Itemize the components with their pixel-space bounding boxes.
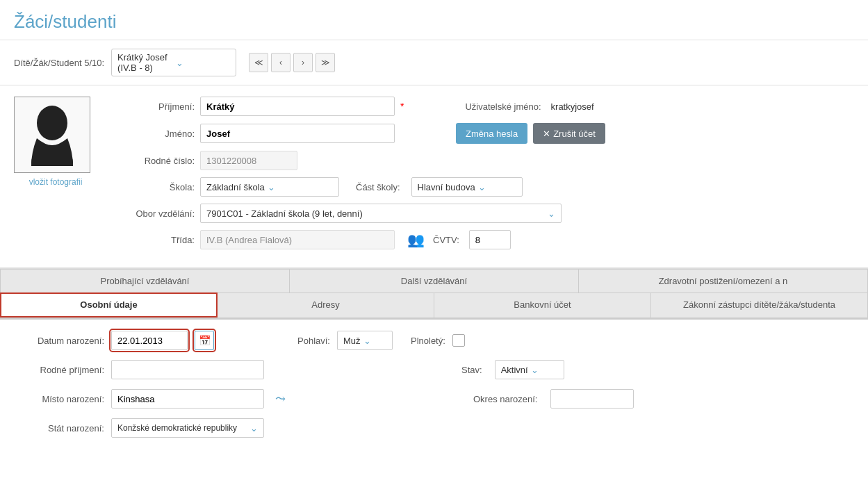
nav-last-button[interactable]: ≫ xyxy=(316,53,335,72)
tab-zakonni[interactable]: Zákonní zástupci dítěte/žáka/studenta xyxy=(651,292,868,318)
personal-section: Datum narození: 📅 Pohlaví: Muž ⌄ Plnolet… xyxy=(0,320,868,459)
skola-label: Škola: xyxy=(111,182,195,192)
stat-narozeni-caret-icon: ⌄ xyxy=(250,423,258,434)
skola-select[interactable]: Základní škola ⌄ xyxy=(200,177,339,197)
action-buttons-group: Změna hesla ✕ Zrušit účet xyxy=(456,123,605,144)
tab-adresy-label: Adresy xyxy=(311,299,339,310)
required-asterisk: * xyxy=(400,101,404,112)
stav-value: Aktivní xyxy=(501,365,528,375)
trida-label: Třída: xyxy=(111,235,195,245)
nav-first-button[interactable]: ≪ xyxy=(249,53,268,72)
rodne-cislo-row: Rodné číslo: xyxy=(111,151,854,170)
datum-narozeni-label: Datum narození: xyxy=(14,336,104,346)
nav-buttons: ≪ ‹ › ≫ xyxy=(249,53,335,72)
misto-narozeni-row: Místo narození: ⤳ Okres narození: xyxy=(14,389,854,409)
prijmeni-input[interactable] xyxy=(200,97,395,116)
rodne-prijmeni-row: Rodné příjmení: Stav: Aktivní ⌄ xyxy=(14,360,854,379)
main-form: vložit fotografii Příjmení: * Uživatelsk… xyxy=(0,85,868,269)
tab-probihajici-label: Probíhající vzdělávání xyxy=(101,276,190,286)
x-icon: ✕ xyxy=(543,129,550,139)
obor-value: 7901C01 - Základní škola (9 let, denní) xyxy=(206,208,545,219)
avatar-column: vložit fotografii xyxy=(14,97,97,256)
calendar-button[interactable]: 📅 xyxy=(195,331,214,350)
obor-select[interactable]: 7901C01 - Základní škola (9 let, denní) … xyxy=(200,204,562,223)
stat-narozeni-value: Konžské demokratické republiky xyxy=(117,423,247,433)
obor-row: Obor vzdělání: 7901C01 - Základní škola … xyxy=(111,204,854,223)
trida-row: Třída: 👥 ČVTV: xyxy=(111,230,854,249)
trida-input[interactable] xyxy=(200,230,395,249)
stat-narozeni-select[interactable]: Konžské demokratické republiky ⌄ xyxy=(111,418,264,438)
tab-bankovni-label: Bankovní účet xyxy=(514,299,571,310)
datum-narozeni-row: Datum narození: 📅 Pohlaví: Muž ⌄ Plnolet… xyxy=(14,331,854,350)
avatar-box xyxy=(14,97,90,173)
skola-row: Škola: Základní škola ⌄ Část školy: Hlav… xyxy=(111,177,854,197)
cvtv-input[interactable] xyxy=(469,230,511,249)
tab-adresy[interactable]: Adresy xyxy=(218,292,434,318)
group-icon: 👥 xyxy=(407,231,425,248)
pohlavi-select[interactable]: Muž ⌄ xyxy=(337,331,393,350)
stav-label: Stav: xyxy=(461,365,482,375)
nav-prev-button[interactable]: ‹ xyxy=(271,53,290,72)
prijmeni-label: Příjmení: xyxy=(111,101,195,112)
tab-zakonni-label: Zákonní zástupci dítěte/žáka/studenta xyxy=(683,299,835,310)
prijmeni-row: Příjmení: * Uživatelské jméno: kratkyjos… xyxy=(111,97,854,116)
skola-caret-icon: ⌄ xyxy=(268,182,275,192)
zrusit-ucet-label: Zrušit účet xyxy=(553,129,596,139)
svg-point-0 xyxy=(37,106,67,140)
rodne-prijmeni-input[interactable] xyxy=(111,360,264,379)
stat-narozeni-row: Stát narození: Konžské demokratické repu… xyxy=(14,418,854,438)
tab-bankovni[interactable]: Bankovní účet xyxy=(434,292,651,318)
page-title: Žáci/studenti xyxy=(0,0,868,40)
top-tabs-area: Probíhající vzdělávání Další vzdělávání … xyxy=(0,269,868,320)
cast-skoly-value: Hlavní budova xyxy=(418,182,475,192)
pohlavi-value: Muž xyxy=(343,336,361,346)
student-select[interactable]: Krátký Josef (IV.B - 8) ⌄ xyxy=(111,49,236,76)
tab-osobni-label: Osobní údaje xyxy=(80,299,137,310)
zmena-hesla-button[interactable]: Změna hesla xyxy=(456,123,527,144)
jmeno-row: Jméno: Změna hesla ✕ Zrušit účet xyxy=(111,123,854,144)
stav-select[interactable]: Aktivní ⌄ xyxy=(495,360,564,379)
student-selector-label: Dítě/Žák/Student 5/10: xyxy=(14,58,104,68)
nav-next-button[interactable]: › xyxy=(293,53,313,72)
pohlavi-label: Pohlaví: xyxy=(297,336,330,346)
stav-caret-icon: ⌄ xyxy=(531,365,539,375)
cast-skoly-label: Část školy: xyxy=(356,182,400,192)
upload-photo-link[interactable]: vložit fotografii xyxy=(14,177,97,187)
obor-label: Obor vzdělání: xyxy=(111,208,195,219)
username-label: Uživatelské jméno: xyxy=(465,101,541,112)
chevron-down-icon: ⌄ xyxy=(176,58,230,68)
cast-skoly-caret-icon: ⌄ xyxy=(478,182,486,192)
avatar-silhouette xyxy=(24,104,80,166)
datum-narozeni-input[interactable] xyxy=(111,331,188,350)
zrusit-ucet-button[interactable]: ✕ Zrušit účet xyxy=(533,123,605,144)
obor-caret-icon: ⌄ xyxy=(548,208,555,219)
tab-dalsi[interactable]: Další vzdělávání xyxy=(290,269,579,292)
jmeno-label: Jméno: xyxy=(111,129,195,139)
tab-osobni[interactable]: Osobní údaje xyxy=(0,292,218,318)
jmeno-input[interactable] xyxy=(200,124,395,143)
cast-skoly-select[interactable]: Hlavní budova ⌄ xyxy=(411,177,523,197)
student-name: Krátký Josef (IV.B - 8) xyxy=(117,52,172,73)
tab-probihajici[interactable]: Probíhající vzdělávání xyxy=(0,269,290,292)
rodne-prijmeni-label: Rodné příjmení: xyxy=(14,365,104,375)
cvtv-label: ČVTV: xyxy=(433,235,459,245)
bottom-tabs-row: Osobní údaje Adresy Bankovní účet Zákonn… xyxy=(0,292,868,319)
plnolety-label: Plnoletý: xyxy=(411,336,445,346)
username-value: kratkyjosef xyxy=(551,101,594,112)
fields-column: Příjmení: * Uživatelské jméno: kratkyjos… xyxy=(111,97,854,256)
plnolety-checkbox[interactable] xyxy=(452,334,465,347)
tab-zdravotni[interactable]: Zdravotní postižení/omezení a n xyxy=(579,269,868,292)
toolbar: Dítě/Žák/Student 5/10: Krátký Josef (IV.… xyxy=(0,40,868,85)
rodne-cislo-input[interactable] xyxy=(200,151,297,170)
misto-narozeni-input[interactable] xyxy=(111,389,264,409)
rodne-cislo-label: Rodné číslo: xyxy=(111,156,195,166)
top-tabs-row: Probíhající vzdělávání Další vzdělávání … xyxy=(0,269,868,292)
okres-narozeni-input[interactable] xyxy=(550,389,634,409)
stat-narozeni-label: Stát narození: xyxy=(14,423,104,434)
pohlavi-caret-icon: ⌄ xyxy=(363,336,371,346)
okres-narozeni-label: Okres narození: xyxy=(473,394,538,404)
copy-address-icon[interactable]: ⤳ xyxy=(275,391,286,406)
tab-zdravotni-label: Zdravotní postižení/omezení a n xyxy=(659,276,788,286)
misto-narozeni-label: Místo narození: xyxy=(14,394,104,404)
skola-value: Základní škola xyxy=(206,182,265,192)
